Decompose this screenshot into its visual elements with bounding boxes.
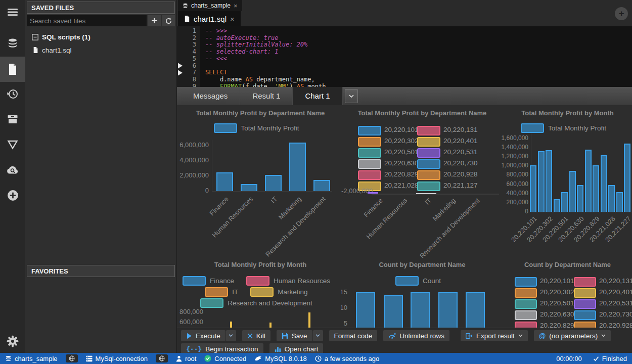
legend-chip[interactable]: [521, 123, 544, 133]
legend-chip[interactable]: [183, 276, 206, 286]
legend-chip[interactable]: [417, 137, 440, 147]
code-line[interactable]: 1-- >>>: [177, 28, 632, 35]
legend-chip[interactable]: [417, 159, 440, 169]
legend-label[interactable]: 20,220,131: [599, 277, 632, 285]
code-line[interactable]: 5-- <<<: [177, 56, 632, 63]
tab-result-1[interactable]: Result 1: [240, 87, 293, 105]
legend-label[interactable]: Count: [423, 277, 441, 285]
code-line[interactable]: 9 FORMAT(f.date, 'MM') AS month,: [177, 83, 632, 87]
parameters-button[interactable]: @ (no parameters): [534, 330, 611, 341]
legend-label[interactable]: 20,221,028: [384, 181, 419, 189]
legend-label[interactable]: 20,220,302: [384, 137, 419, 145]
code-line[interactable]: 2-- autoExecute: true: [177, 35, 632, 42]
legend-chip[interactable]: [417, 170, 440, 180]
tab-messages[interactable]: Messages: [181, 87, 240, 105]
code-line[interactable]: 3-- splitterInitialValue: 20%: [177, 41, 632, 49]
legend-chip[interactable]: [574, 310, 596, 320]
legend-label[interactable]: 20,220,501: [384, 148, 419, 156]
legend-label[interactable]: 20,220,302: [540, 288, 574, 296]
new-tab-button[interactable]: +: [615, 7, 628, 20]
legend-label[interactable]: 20,220,630: [540, 310, 574, 318]
export-result-button[interactable]: Export result: [461, 330, 528, 341]
history-icon[interactable]: [0, 83, 25, 105]
format-code-button[interactable]: Format code: [329, 330, 378, 341]
legend-chip[interactable]: [250, 287, 274, 297]
settings-icon[interactable]: [0, 330, 25, 352]
sql-scripts-group[interactable]: SQL scripts (1): [25, 31, 176, 42]
legend-label[interactable]: Total Monthly Profit: [241, 124, 299, 132]
legend-label[interactable]: 20,220,101: [384, 126, 419, 133]
add-file-button[interactable]: [148, 15, 161, 26]
legend-chip[interactable]: [214, 123, 237, 133]
saved-files-icon[interactable]: [0, 57, 25, 82]
legend-label[interactable]: IT: [232, 288, 238, 296]
legend-chip[interactable]: [574, 277, 596, 287]
legend-label[interactable]: Finance: [210, 277, 234, 285]
legend-label[interactable]: Human Resources: [274, 277, 330, 285]
search-input[interactable]: [27, 15, 147, 26]
legend-label[interactable]: 20,220,131: [443, 126, 478, 133]
execute-dropdown[interactable]: [226, 330, 236, 341]
legend-label[interactable]: 20,220,401: [443, 137, 478, 145]
cloud-search-icon[interactable]: [0, 159, 25, 181]
unlimited-rows-button[interactable]: Unlimited rows: [383, 330, 449, 341]
legend-chip[interactable]: [515, 288, 537, 298]
legend-label[interactable]: 20,220,531: [599, 299, 632, 307]
legend-label[interactable]: 20,220,730: [443, 159, 478, 167]
add-connection-icon[interactable]: [0, 184, 25, 206]
file-item-chart1[interactable]: chart1.sql: [25, 44, 176, 56]
legend-chip[interactable]: [574, 322, 596, 328]
legend-chip[interactable]: [395, 276, 419, 286]
legend-chip[interactable]: [574, 299, 596, 309]
code-line[interactable]: 4-- selected-chart: 1: [177, 49, 632, 56]
code-line[interactable]: 6: [177, 63, 632, 70]
legend-label[interactable]: 20,220,730: [599, 310, 632, 318]
save-button[interactable]: Save: [277, 330, 312, 341]
legend-label[interactable]: 20,220,630: [384, 159, 419, 167]
legend-label[interactable]: 20,220,531: [443, 148, 478, 156]
legend-chip[interactable]: [358, 148, 381, 158]
legend-label[interactable]: 20,220,829: [384, 170, 419, 178]
legend-label[interactable]: Marketing: [278, 288, 307, 296]
file-tab[interactable]: chart1.sql ×: [178, 11, 241, 26]
menu-icon[interactable]: [0, 1, 25, 23]
legend-label[interactable]: Research and Development: [228, 299, 312, 307]
legend-chip[interactable]: [358, 170, 381, 180]
legend-label[interactable]: 20,220,101: [540, 277, 574, 285]
result-tab-dropdown[interactable]: [345, 89, 358, 103]
connection-tab[interactable]: charts_sample ×: [178, 0, 242, 11]
legend-label[interactable]: 20,220,401: [599, 288, 632, 296]
legend-label[interactable]: 20,220,501: [540, 299, 574, 307]
tab-chart-1[interactable]: Chart 1: [293, 87, 342, 105]
legend-chip[interactable]: [200, 298, 223, 308]
legend-label[interactable]: 20,220,928: [443, 170, 478, 178]
legend-chip[interactable]: [574, 288, 596, 298]
legend-chip[interactable]: [515, 277, 537, 287]
legend-chip[interactable]: [515, 322, 537, 328]
code-line[interactable]: 8 d.name AS department_name,: [177, 76, 632, 83]
triangle-down-icon[interactable]: [0, 133, 25, 156]
legend-chip[interactable]: [515, 310, 537, 320]
close-icon[interactable]: ×: [234, 2, 238, 10]
legend-label[interactable]: 20,221,127: [443, 181, 478, 189]
refresh-button[interactable]: [162, 15, 175, 26]
legend-chip[interactable]: [515, 299, 537, 309]
sql-editor[interactable]: 1-- >>>2-- autoExecute: true3-- splitter…: [177, 26, 632, 87]
legend-chip[interactable]: [417, 181, 440, 191]
legend-label[interactable]: 20,220,829: [540, 322, 574, 328]
legend-chip[interactable]: [358, 159, 381, 169]
database-icon[interactable]: [0, 32, 25, 55]
legend-label[interactable]: Total Monthly Profit: [548, 124, 606, 132]
save-dropdown[interactable]: [313, 330, 323, 341]
legend-chip[interactable]: [358, 126, 381, 135]
legend-chip[interactable]: [358, 137, 381, 147]
execute-button[interactable]: Execute: [181, 330, 225, 341]
close-icon[interactable]: ×: [230, 15, 235, 23]
legend-chip[interactable]: [417, 126, 440, 135]
legend-chip[interactable]: [417, 148, 440, 158]
kill-button[interactable]: Kill: [242, 330, 270, 341]
code-line[interactable]: 7SELECT: [177, 69, 632, 76]
legend-chip[interactable]: [205, 287, 228, 297]
archive-icon[interactable]: [0, 108, 25, 130]
legend-chip[interactable]: [246, 276, 269, 286]
